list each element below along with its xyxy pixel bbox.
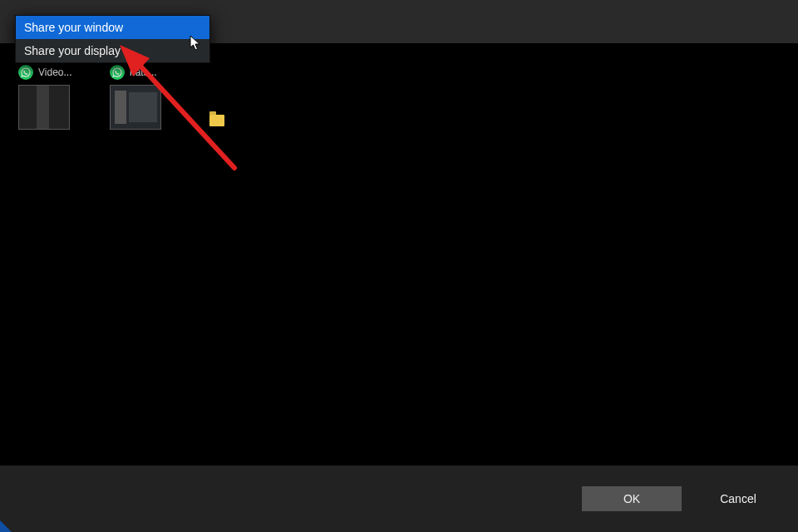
share-type-menu: Share your window Share your display (15, 15, 210, 63)
whatsapp-icon (110, 65, 125, 80)
share-window-item-2[interactable]: hats... (110, 65, 193, 130)
thumbnail-label: Video... (38, 66, 71, 78)
thumbnail-preview (110, 85, 161, 130)
ok-button[interactable]: OK (582, 486, 682, 511)
cancel-button[interactable]: Cancel (688, 486, 788, 511)
svg-point-1 (110, 65, 125, 80)
menu-item-share-display[interactable]: Share your display (16, 39, 209, 62)
whatsapp-icon (18, 65, 33, 80)
svg-point-0 (18, 65, 33, 80)
share-window-item-1[interactable]: Video... (18, 65, 101, 130)
thumbnail-header: Video... (18, 65, 101, 80)
thumbnail-header: hats... (110, 65, 193, 80)
thumbnail-preview (18, 85, 70, 130)
menu-item-share-window[interactable]: Share your window (16, 16, 209, 39)
folder-icon (209, 115, 224, 126)
dialog-footer: OK Cancel (0, 466, 798, 532)
resize-grip-icon (0, 520, 12, 532)
share-window-thumbnails: Video... hats... (10, 50, 243, 141)
share-dialog-stage: Video... hats... Share your window Share… (0, 0, 798, 532)
thumbnail-label: hats... (130, 66, 157, 78)
